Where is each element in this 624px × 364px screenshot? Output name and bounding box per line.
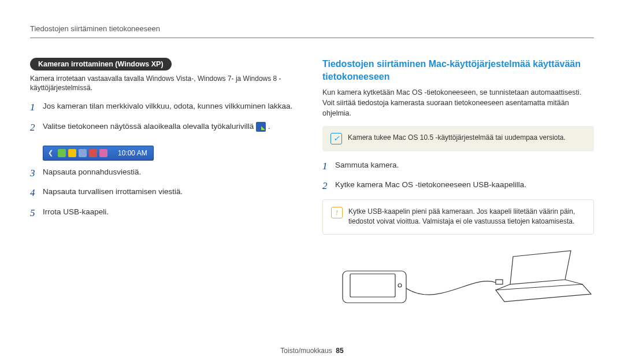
step-item: 3 Napsauta ponnahdusviestiä. (30, 166, 302, 181)
step-number: 1 (322, 159, 335, 174)
tray-icon (58, 149, 66, 157)
step-text-inner: Valitse tietokoneen näytössä alaoikealla… (43, 122, 254, 131)
section-heading: Tiedostojen siirtäminen Mac-käyttöjärjes… (322, 58, 594, 83)
step-number: 2 (322, 179, 335, 194)
tray-icon (79, 149, 87, 157)
section-intro: Kun kamera kytketään Mac OS -tietokonees… (322, 87, 594, 118)
step-number: 5 (30, 206, 43, 221)
step-text: Jos kameran tilan merkkivalo vilkkuu, od… (43, 101, 292, 112)
left-column: Kameran irrottaminen (Windows XP) Kamera… (30, 28, 302, 314)
subsection-note: Kamera irrotetaan vastaavalla tavalla Wi… (30, 74, 302, 92)
connection-diagram-svg (322, 239, 594, 314)
page-footer: Toisto/muokkaus 85 (0, 347, 624, 355)
tray-icon (99, 149, 107, 157)
running-head-text: Tiedostojen siirtäminen tietokoneeseen (30, 24, 160, 33)
svg-rect-1 (350, 274, 395, 297)
taskbar-screenshot: ❮ 10:00 AM (43, 146, 154, 161)
left-step-list: 1 Jos kameran tilan merkkivalo vilkkuu, … (30, 101, 302, 135)
left-step-list-cont: 3 Napsauta ponnahdusviestiä. 4 Napsauta … (30, 166, 302, 221)
running-head: Tiedostojen siirtäminen tietokoneeseen (30, 24, 594, 38)
step-number: 4 (30, 186, 43, 200)
step-item: 2 Valitse tietokoneen näytössä alaoikeal… (30, 121, 302, 135)
warning-note-text: Kytke USB-kaapelin pieni pää kameraan. J… (348, 207, 585, 227)
step-number: 1 (30, 101, 43, 115)
info-note: ✓ Kamera tukee Mac OS 10.5 -käyttöjärjes… (322, 126, 594, 151)
step-text: Kytke kamera Mac OS -tietokoneeseen USB-… (335, 179, 526, 191)
info-icon: ✓ (330, 133, 342, 144)
right-column: Tiedostojen siirtäminen Mac-käyttöjärjes… (322, 28, 594, 314)
step-text: Irrota USB-kaapeli. (43, 206, 109, 218)
svg-rect-3 (496, 280, 503, 284)
svg-line-5 (565, 280, 582, 284)
taskbar-tray: ❮ 10:00 AM (43, 146, 154, 161)
svg-point-2 (398, 284, 402, 287)
info-note-text: Kamera tukee Mac OS 10.5 -käyttöjärjeste… (348, 133, 566, 143)
step-number: 2 (30, 121, 43, 135)
tray-expand-icon: ❮ (46, 149, 55, 157)
subsection-pill: Kameran irrottaminen (Windows XP) (30, 58, 172, 70)
svg-rect-0 (343, 271, 406, 303)
page-body: Kameran irrottaminen (Windows XP) Kamera… (0, 0, 624, 326)
tray-volume-icon (89, 149, 97, 157)
step-item: 5 Irrota USB-kaapeli. (30, 206, 302, 221)
step-item: 2 Kytke kamera Mac OS -tietokoneeseen US… (322, 179, 594, 194)
step-item: 4 Napsauta turvallisen irrottamisen vies… (30, 186, 302, 200)
safely-remove-icon (256, 122, 266, 132)
right-step-list: 1 Sammuta kamera. 2 Kytke kamera Mac OS … (322, 159, 594, 194)
step-text: Valitse tietokoneen näytössä alaoikealla… (43, 121, 270, 132)
footer-page-number: 85 (336, 347, 343, 355)
camera-to-laptop-illustration (322, 239, 594, 314)
footer-section: Toisto/muokkaus (280, 347, 332, 355)
step-text: Napsauta ponnahdusviestiä. (43, 166, 141, 178)
step-item: 1 Jos kameran tilan merkkivalo vilkkuu, … (30, 101, 302, 115)
tray-clock: 10:00 AM (110, 149, 147, 157)
tray-shield-icon (68, 149, 76, 157)
step-text: Napsauta turvallisen irrottamisen viesti… (43, 186, 183, 198)
step-item: 1 Sammuta kamera. (322, 159, 594, 174)
step-number: 3 (30, 166, 43, 181)
step-text: Sammuta kamera. (335, 159, 399, 171)
warning-icon: ! (331, 207, 343, 218)
warning-note: ! Kytke USB-kaapelin pieni pää kameraan.… (322, 199, 594, 235)
